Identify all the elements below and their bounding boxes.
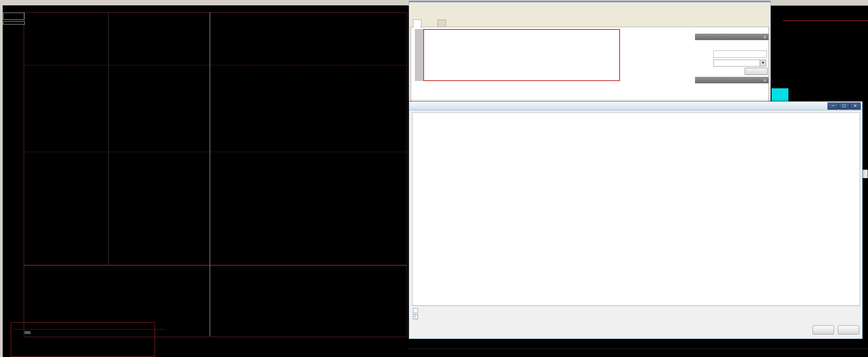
- chevron-down-icon[interactable]: ▼: [760, 60, 766, 66]
- window-frame: [0, 5, 3, 357]
- collapse-icon[interactable]: ∧: [764, 77, 766, 83]
- code-editor[interactable]: [423, 29, 620, 81]
- maximize-button[interactable]: □: [839, 102, 850, 110]
- crosshair-vline: [210, 12, 210, 336]
- price-pane[interactable]: [24, 12, 407, 266]
- locate-kline-checkbox[interactable]: ✓: [413, 314, 418, 319]
- trade-table: [412, 112, 860, 306]
- signal-region-box: [11, 322, 155, 357]
- background-gridline: [408, 349, 868, 349]
- chart-panel: [3, 5, 408, 357]
- author-info-button[interactable]: [745, 68, 768, 75]
- code-line-numbers: [415, 29, 423, 81]
- chart-title: [17, 6, 38, 12]
- minimize-button[interactable]: ─: [827, 102, 839, 110]
- attribute-dropdown[interactable]: ▼: [713, 60, 766, 67]
- description-field[interactable]: [713, 50, 767, 58]
- price-axis-tag: [863, 170, 868, 178]
- footer-divider: [411, 306, 860, 307]
- ok-button[interactable]: [838, 325, 859, 334]
- quote-info-panel: [3, 21, 25, 24]
- screen: { "left_app": { "toolbar_icons": ["windo…: [0, 0, 868, 357]
- trade-detail-window: ─ □ × ✓: [409, 101, 863, 339]
- tab-formula[interactable]: [413, 19, 421, 28]
- signal-tooltip: [24, 331, 31, 334]
- close-button[interactable]: ×: [850, 102, 861, 110]
- basic-info-header[interactable]: ∧: [695, 34, 768, 40]
- editor-titlebar-edge: [409, 1, 770, 2]
- anchor-vline: [108, 12, 109, 265]
- drawn-price-line[interactable]: [24, 65, 406, 65]
- wr-indicator-label: [26, 266, 31, 271]
- price-gridline: [24, 152, 406, 152]
- show-all-checkbox[interactable]: [413, 308, 418, 313]
- signal-range-underline: [783, 20, 868, 21]
- crosshair-date: [3, 13, 24, 20]
- save-button[interactable]: [813, 325, 834, 334]
- params-list-header[interactable]: ∧: [695, 77, 768, 83]
- collapse-icon[interactable]: ∧: [764, 34, 766, 40]
- trade-window-titlebar[interactable]: ─ □ ×: [409, 102, 862, 110]
